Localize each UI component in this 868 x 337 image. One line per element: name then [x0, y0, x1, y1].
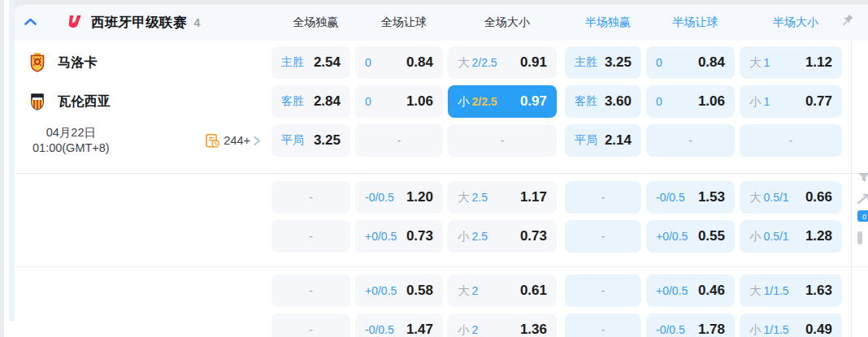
more-markets-link[interactable]: 244+: [205, 133, 263, 149]
selection-label: +0/0.5: [656, 230, 688, 243]
empty-odds-dash: -: [309, 284, 313, 297]
column-header-ht-handicap: 半场让球: [651, 15, 740, 30]
rail-badge-icon[interactable]: 0: [857, 210, 868, 224]
goal-line: 2/2.5: [472, 56, 497, 69]
odds-cell-ht-1x2: -: [565, 220, 641, 253]
over-under-prefix: 大: [458, 55, 470, 71]
empty-odds-dash: -: [501, 134, 505, 147]
empty-odds-dash: -: [688, 134, 692, 147]
odds-value: 0.58: [406, 283, 433, 299]
empty-odds-dash: -: [601, 230, 605, 243]
odds-group-2: --0/0.51.20大2.51.17--0/0.51.53大0.5/10.66…: [15, 173, 868, 266]
odds-cell-ft-ou[interactable]: 大2.51.17: [448, 181, 557, 214]
over-under-prefix: 小: [749, 229, 762, 244]
odds-cell-ft-ou-selected[interactable]: 小2/2.50.97: [448, 85, 557, 118]
odds-value: 2.54: [314, 54, 341, 71]
odds-value: 3.25: [314, 132, 341, 149]
home-team: 马洛卡: [15, 53, 271, 72]
odds-value: 3.60: [605, 93, 631, 110]
odds-cell-ht-handicap: -: [646, 124, 735, 157]
selection-label: +0/0.5: [365, 230, 397, 243]
over-under-prefix: 小: [458, 94, 470, 110]
empty-odds-dash: -: [601, 191, 605, 204]
odds-value: 0.46: [698, 283, 725, 299]
odds-cell-ft-handicap[interactable]: +0/0.50.58: [355, 274, 443, 307]
league-header: 西班牙甲级联赛 4 全场独赢全场让球全场大小半场独赢半场让球半场大小: [15, 5, 868, 41]
odds-cell-ht-1x2[interactable]: 客胜3.60: [565, 85, 641, 118]
odds-cells: -+0/0.50.73小2.50.73-+0/0.50.55小0.5/11.28: [271, 220, 842, 253]
odds-value: 0.55: [698, 228, 725, 244]
odds-cell-ft-ou[interactable]: 小2.50.73: [448, 220, 557, 253]
laliga-logo: [64, 15, 84, 32]
odds-value: 0.66: [805, 189, 832, 205]
odds-row: 马洛卡主胜2.5400.84大2/2.50.91主胜3.2500.84大11.1…: [15, 46, 868, 79]
odds-cell-ft-1x2[interactable]: 平局3.25: [271, 124, 350, 157]
mallorca-crest: [29, 53, 46, 72]
odds-value: 1.20: [406, 189, 433, 205]
odds-cells: -+0/0.50.58大20.61-+0/0.50.46大1/1.51.63: [271, 274, 842, 307]
odds-value: 1.06: [406, 93, 433, 110]
markets-icon: [205, 133, 220, 149]
odds-cell-ft-handicap: -: [355, 124, 443, 157]
odds-cell-ft-ou[interactable]: 大20.61: [448, 274, 557, 307]
adjacent-panel-edge: [9, 0, 15, 322]
pushpin-icon[interactable]: [839, 13, 857, 31]
odds-cell-ht-ou: -: [740, 124, 842, 157]
odds-cell-ft-handicap[interactable]: -0/0.51.47: [355, 313, 443, 337]
odds-cells: --0/0.51.47小21.36--0/0.51.78小1/1.50.49: [271, 313, 842, 337]
selection-label: -0/0.5: [656, 323, 685, 336]
goal-line: 1/1.5: [764, 284, 789, 297]
over-under-prefix: 大: [458, 190, 470, 205]
odds-cell-ht-handicap[interactable]: 01.06: [646, 85, 735, 118]
column-header-label: 全场大小: [484, 15, 530, 30]
odds-cell-ft-ou[interactable]: 小21.36: [448, 313, 557, 337]
rail-divider: [851, 39, 852, 337]
match-meta: 04月22日01:00(GMT+8)244+: [15, 125, 271, 156]
rail-icon-1[interactable]: [857, 171, 868, 185]
odds-cell-ht-handicap[interactable]: +0/0.50.46: [646, 274, 735, 307]
odds-cell-ft-handicap[interactable]: +0/0.50.73: [355, 220, 443, 253]
odds-value: 0.84: [406, 54, 433, 71]
odds-cell-ft-handicap[interactable]: 00.84: [355, 46, 443, 79]
odds-cell-ft-1x2[interactable]: 主胜2.54: [271, 46, 350, 79]
league-match-count: 4: [194, 16, 201, 29]
column-header-label: 半场让球: [673, 15, 718, 30]
odds-cell-ht-ou[interactable]: 大1/1.51.63: [740, 274, 842, 307]
odds-cell-ft-handicap[interactable]: 01.06: [355, 85, 443, 118]
odds-cell-ht-ou[interactable]: 小10.77: [740, 85, 842, 118]
over-under-prefix: 小: [749, 94, 762, 110]
odds-cell-ht-ou[interactable]: 小0.5/11.28: [740, 220, 842, 253]
odds-cell-ht-1x2[interactable]: 平局2.14: [565, 124, 641, 157]
rail-icon-2[interactable]: [857, 193, 868, 208]
goal-line: 2: [472, 284, 479, 297]
valencia-crest: [29, 92, 46, 111]
league-odds-card: 西班牙甲级联赛 4 全场独赢全场让球全场大小半场独赢半场让球半场大小 马洛卡主胜…: [15, 5, 868, 337]
odds-cell-ht-1x2[interactable]: 主胜3.25: [565, 46, 641, 79]
empty-odds-dash: -: [309, 191, 313, 204]
odds-row: -+0/0.50.73小2.50.73-+0/0.50.55小0.5/11.28: [15, 220, 868, 253]
odds-value: 0.91: [520, 54, 547, 71]
odds-cell-ht-handicap[interactable]: -0/0.51.53: [646, 181, 735, 214]
odds-cells: --0/0.51.20大2.51.17--0/0.51.53大0.5/10.66: [271, 181, 842, 214]
odds-cell-ht-ou[interactable]: 大11.12: [740, 46, 842, 79]
odds-cell-ht-handicap[interactable]: +0/0.50.55: [646, 220, 735, 253]
odds-cell-ft-handicap[interactable]: -0/0.51.20: [355, 181, 443, 214]
odds-cell-ft-1x2[interactable]: 客胜2.84: [271, 85, 350, 118]
odds-cells: 平局3.25--平局2.14--: [271, 124, 842, 157]
column-header-label: 半场大小: [773, 15, 818, 30]
odds-cell-ht-handicap[interactable]: -0/0.51.78: [646, 313, 735, 337]
odds-cell-ht-1x2: -: [565, 181, 641, 214]
chevron-right-icon: [252, 135, 263, 146]
odds-cell-ht-ou[interactable]: 大0.5/10.66: [740, 181, 842, 214]
odds-cell-ft-ou[interactable]: 大2/2.50.91: [448, 46, 557, 79]
empty-odds-dash: -: [789, 134, 793, 147]
more-markets-count: 244+: [224, 134, 250, 147]
empty-odds-dash: -: [309, 230, 313, 243]
column-header-ft-1x2: 全场独赢: [276, 15, 355, 30]
rail-handle-icon[interactable]: [857, 231, 868, 245]
odds-cell-ht-handicap[interactable]: 00.84: [646, 46, 735, 79]
selection-label: 0: [656, 95, 662, 108]
odds-value: 1.28: [805, 228, 832, 244]
odds-cell-ht-ou[interactable]: 小1/1.50.49: [740, 313, 842, 337]
collapse-league-button[interactable]: [22, 15, 38, 31]
